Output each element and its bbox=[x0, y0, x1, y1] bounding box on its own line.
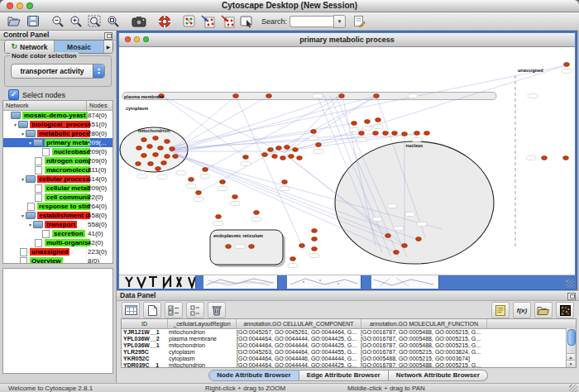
network-node[interactable] bbox=[374, 94, 380, 98]
network-node[interactable] bbox=[297, 156, 303, 160]
network-node[interactable] bbox=[156, 167, 161, 171]
table-row[interactable]: YPL036W__2plasma membrane[GO:0044464, GO… bbox=[122, 336, 576, 342]
delete-attribute-icon[interactable] bbox=[208, 302, 226, 318]
network-node[interactable] bbox=[312, 247, 318, 251]
zoom-selected-icon[interactable] bbox=[104, 13, 122, 29]
network-node[interactable] bbox=[216, 215, 222, 219]
network-node[interactable] bbox=[220, 180, 226, 184]
expand-arrow-icon[interactable]: ▼ bbox=[27, 141, 33, 146]
graphics-details-icon[interactable] bbox=[180, 13, 198, 29]
network-node[interactable] bbox=[373, 131, 379, 136]
tree-row[interactable]: cellular metabo209(0) bbox=[3, 184, 112, 193]
tree-row[interactable]: nucleobase-209(0) bbox=[3, 147, 112, 156]
attribute-checklist-icon[interactable] bbox=[165, 302, 183, 318]
network-node[interactable] bbox=[254, 211, 260, 215]
attribute-list-icon[interactable] bbox=[186, 302, 204, 318]
expand-arrow-icon[interactable]: ▼ bbox=[20, 177, 26, 182]
network-node[interactable] bbox=[153, 136, 159, 141]
tree-row[interactable]: ▼transport558(0) bbox=[3, 220, 112, 229]
scroll-down-icon[interactable]: ▼ bbox=[567, 360, 575, 367]
network-node[interactable] bbox=[165, 155, 170, 159]
tab-mosaic[interactable]: Mosaic bbox=[55, 41, 104, 53]
network-node[interactable] bbox=[285, 146, 290, 150]
network-node[interactable] bbox=[136, 146, 142, 151]
network-node[interactable] bbox=[243, 155, 249, 160]
region-nucleus[interactable] bbox=[335, 141, 494, 264]
tab-network-attribute-browser[interactable]: Network Attribute Browser bbox=[389, 370, 488, 381]
network-node[interactable] bbox=[173, 155, 179, 159]
network-node[interactable] bbox=[352, 122, 357, 126]
network-node[interactable] bbox=[385, 234, 391, 238]
network-node[interactable] bbox=[339, 94, 345, 98]
zoom-in-icon[interactable] bbox=[67, 13, 85, 29]
tree-row[interactable]: ▼establishment of lo558(0) bbox=[3, 211, 112, 220]
notes-icon[interactable] bbox=[491, 302, 510, 318]
network-node[interactable] bbox=[203, 168, 208, 172]
node-color-dropdown[interactable]: transporter activity ▲▼ bbox=[11, 64, 105, 79]
tree-row[interactable]: unassigned223(0) bbox=[3, 247, 112, 256]
network-node[interactable] bbox=[289, 155, 294, 159]
table-row[interactable]: YKR052Ccytoplasm[GO:0044464, GO:0044446,… bbox=[122, 356, 576, 362]
tree-row[interactable]: Overview8(0) bbox=[3, 256, 112, 264]
network-node[interactable] bbox=[542, 156, 548, 160]
import-attributes-icon[interactable] bbox=[218, 13, 237, 29]
tree-row[interactable]: macromolecule311(0) bbox=[3, 165, 112, 174]
network-node[interactable] bbox=[170, 147, 175, 151]
network-node[interactable] bbox=[564, 63, 570, 67]
network-node[interactable] bbox=[365, 120, 371, 124]
network-node[interactable] bbox=[299, 244, 305, 248]
network-node[interactable] bbox=[262, 153, 268, 157]
tree-row[interactable]: secretion41(0) bbox=[3, 229, 112, 238]
network-node[interactable] bbox=[147, 145, 153, 149]
search-options-icon[interactable] bbox=[351, 13, 368, 29]
network-node[interactable] bbox=[161, 161, 167, 165]
network-canvas[interactable]: plasma membranecytoplasmmitochondrionnuc… bbox=[119, 47, 575, 275]
expand-arrow-icon[interactable]: ▼ bbox=[27, 222, 33, 227]
network-node[interactable] bbox=[136, 162, 141, 166]
select-nodes-checkbox[interactable]: ✓ bbox=[8, 89, 19, 100]
network-node[interactable] bbox=[416, 237, 422, 241]
tab-scroll-arrow-icon[interactable]: ▶ bbox=[104, 41, 112, 53]
network-node[interactable] bbox=[266, 94, 272, 98]
network-node[interactable] bbox=[165, 140, 170, 144]
float-panel-icon[interactable] bbox=[104, 32, 112, 40]
expand-arrow-icon[interactable]: ▼ bbox=[12, 122, 18, 127]
import-network-icon[interactable] bbox=[198, 13, 218, 29]
search-input[interactable] bbox=[290, 16, 333, 27]
tree-row[interactable]: cell communicat22(0) bbox=[3, 193, 112, 202]
column-header[interactable]: ID bbox=[122, 319, 168, 328]
column-header[interactable]: annotation.GO CELLULAR_COMPONENT bbox=[237, 319, 361, 328]
view-resize-grip[interactable] bbox=[566, 280, 574, 288]
network-view-titlebar[interactable]: primary metabolic process bbox=[119, 33, 575, 47]
save-icon[interactable] bbox=[24, 13, 42, 29]
expand-arrow-icon[interactable]: ▼ bbox=[20, 131, 26, 136]
network-node[interactable] bbox=[402, 244, 408, 248]
network-node[interactable] bbox=[141, 138, 147, 142]
tree-row[interactable]: ▼primary metabo209(... bbox=[3, 138, 112, 147]
network-node[interactable] bbox=[232, 195, 238, 199]
network-node[interactable] bbox=[312, 237, 318, 241]
scrollbar-thumb[interactable] bbox=[567, 329, 576, 346]
function-builder-icon[interactable]: f(x) bbox=[513, 302, 531, 318]
network-node[interactable] bbox=[272, 155, 278, 159]
network-node[interactable] bbox=[424, 131, 430, 136]
network-node[interactable] bbox=[316, 143, 322, 147]
table-row[interactable]: YJR121W__1mitochondrion[GO:0045267, GO:0… bbox=[122, 329, 576, 336]
snapshot-icon[interactable] bbox=[129, 13, 149, 29]
heatmap-icon[interactable] bbox=[556, 302, 574, 318]
network-node[interactable] bbox=[394, 251, 400, 255]
help-icon[interactable] bbox=[156, 13, 174, 29]
column-header[interactable]: _cellularLayoutRegion bbox=[168, 319, 237, 328]
title-bar[interactable]: Cytoscape Desktop (New Session) bbox=[0, 0, 579, 12]
tree-row[interactable]: ▼metabolic process280(0) bbox=[3, 129, 112, 138]
network-node[interactable] bbox=[226, 245, 232, 249]
network-node[interactable] bbox=[196, 191, 202, 195]
expand-arrow-icon[interactable]: ▼ bbox=[20, 213, 26, 218]
network-node[interactable] bbox=[148, 162, 154, 166]
zoom-out-icon[interactable] bbox=[49, 13, 67, 29]
network-node[interactable] bbox=[158, 146, 164, 151]
network-node[interactable] bbox=[249, 245, 255, 249]
network-node[interactable] bbox=[376, 118, 381, 122]
network-node[interactable] bbox=[189, 178, 194, 182]
tree-row[interactable]: ▼cellular process614(0) bbox=[3, 174, 112, 184]
